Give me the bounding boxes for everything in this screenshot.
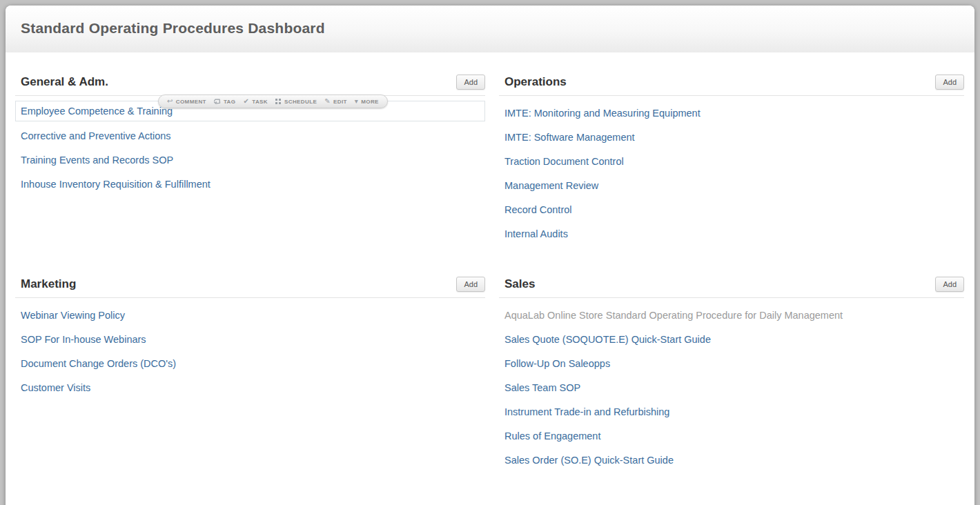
list-item[interactable]: Traction Document Control bbox=[499, 149, 964, 173]
more-label: MORE bbox=[361, 99, 379, 105]
sop-link[interactable]: Sales Quote (SOQUOTE.E) Quick-Start Guid… bbox=[504, 334, 711, 345]
sop-list: ↩ COMMENT TAG ✔ TASK bbox=[15, 101, 485, 196]
sop-list: AquaLab Online Store Standard Operating … bbox=[499, 303, 964, 472]
sop-link[interactable]: Webinar Viewing Policy bbox=[21, 310, 125, 321]
sop-link[interactable]: Management Review bbox=[504, 180, 598, 191]
sop-link[interactable]: Rules of Engagement bbox=[504, 430, 600, 442]
edit-button[interactable]: ✎ EDIT bbox=[324, 98, 347, 105]
sop-link[interactable]: Record Control bbox=[504, 204, 572, 215]
section-header: Marketing Add bbox=[15, 275, 485, 293]
sop-link[interactable]: Corrective and Preventive Actions bbox=[21, 130, 171, 141]
add-button[interactable]: Add bbox=[456, 277, 485, 292]
list-item[interactable]: Customer Visits bbox=[15, 375, 485, 399]
dashboard-card: Standard Operating Procedures Dashboard … bbox=[6, 6, 974, 505]
hover-toolbar: ↩ COMMENT TAG ✔ TASK bbox=[158, 95, 388, 108]
list-item[interactable]: Internal Audits bbox=[499, 221, 964, 246]
list-item[interactable]: Corrective and Preventive Actions bbox=[15, 123, 485, 148]
sop-link[interactable]: Instrument Trade-in and Refurbishing bbox=[504, 406, 669, 417]
sop-link[interactable]: Document Change Orders (DCO's) bbox=[21, 358, 176, 369]
list-item[interactable]: Sales Quote (SOQUOTE.E) Quick-Start Guid… bbox=[499, 327, 964, 351]
section-header: General & Adm. Add bbox=[15, 73, 485, 91]
list-item[interactable]: Document Change Orders (DCO's) bbox=[15, 351, 485, 375]
section-title: Sales bbox=[504, 277, 535, 291]
section-divider bbox=[499, 297, 964, 298]
section-header: Sales Add bbox=[499, 275, 964, 293]
sop-link[interactable]: Follow-Up On Saleopps bbox=[504, 358, 610, 369]
list-item[interactable]: Sales Team SOP bbox=[499, 375, 964, 399]
sop-link[interactable]: Traction Document Control bbox=[504, 156, 624, 167]
list-item[interactable]: Follow-Up On Saleopps bbox=[499, 351, 964, 375]
add-button[interactable]: Add bbox=[456, 75, 485, 90]
check-icon: ✔ bbox=[243, 98, 249, 105]
list-item[interactable]: Webinar Viewing Policy bbox=[15, 303, 485, 327]
sop-link[interactable]: Employee Competence & Training bbox=[21, 106, 173, 117]
pencil-icon: ✎ bbox=[324, 98, 331, 105]
list-item-hovered[interactable]: ↩ COMMENT TAG ✔ TASK bbox=[15, 101, 485, 121]
tag-button[interactable]: TAG bbox=[214, 98, 236, 105]
section-header: Operations Add bbox=[499, 73, 964, 91]
sop-link[interactable]: Sales Team SOP bbox=[504, 382, 580, 393]
comment-button[interactable]: ↩ COMMENT bbox=[167, 98, 206, 105]
sop-link[interactable]: Inhouse Inventory Requisition & Fulfillm… bbox=[21, 179, 210, 190]
section-title: Operations bbox=[504, 75, 567, 89]
page-title: Standard Operating Procedures Dashboard bbox=[6, 6, 974, 37]
sop-link[interactable]: Training Events and Records SOP bbox=[21, 155, 173, 166]
sop-link[interactable]: IMTE: Software Management bbox=[504, 132, 635, 143]
more-button[interactable]: ▾ MORE bbox=[355, 98, 379, 105]
schedule-label: SCHEDULE bbox=[284, 99, 317, 105]
task-label: TASK bbox=[252, 99, 268, 105]
dashboard-header: Standard Operating Procedures Dashboard bbox=[6, 6, 974, 52]
section-general-adm: General & Adm. Add ↩ COMMENT bbox=[15, 73, 485, 275]
list-item[interactable]: Training Events and Records SOP bbox=[15, 148, 485, 172]
add-button[interactable]: Add bbox=[935, 277, 964, 292]
sop-list: IMTE: Monitoring and Measuring Equipment… bbox=[499, 101, 964, 246]
sop-link[interactable]: SOP For In-house Webinars bbox=[21, 334, 146, 345]
list-item[interactable]: IMTE: Monitoring and Measuring Equipment bbox=[499, 101, 964, 125]
list-item[interactable]: Record Control bbox=[499, 197, 964, 221]
dashboard-content: General & Adm. Add ↩ COMMENT bbox=[6, 52, 974, 472]
list-item[interactable]: Rules of Engagement bbox=[499, 424, 964, 448]
section-divider bbox=[499, 95, 964, 96]
tag-label: TAG bbox=[224, 99, 236, 105]
section-title: General & Adm. bbox=[21, 75, 108, 89]
list-item[interactable]: Management Review bbox=[499, 173, 964, 197]
edit-label: EDIT bbox=[333, 99, 347, 105]
caret-down-icon: ▾ bbox=[355, 98, 358, 105]
sop-link[interactable]: Internal Audits bbox=[504, 228, 568, 239]
sop-link[interactable]: Customer Visits bbox=[21, 382, 90, 393]
list-item[interactable]: Instrument Trade-in and Refurbishing bbox=[499, 399, 964, 424]
list-item[interactable]: IMTE: Software Management bbox=[499, 125, 964, 149]
section-marketing: Marketing Add Webinar Viewing Policy SOP… bbox=[15, 275, 485, 472]
list-item[interactable]: Inhouse Inventory Requisition & Fulfillm… bbox=[15, 172, 485, 196]
add-button[interactable]: Add bbox=[935, 75, 964, 90]
task-button[interactable]: ✔ TASK bbox=[243, 98, 268, 105]
section-sales: Sales Add AquaLab Online Store Standard … bbox=[499, 275, 964, 472]
tag-icon bbox=[214, 98, 221, 105]
list-item[interactable]: SOP For In-house Webinars bbox=[15, 327, 485, 351]
sop-link[interactable]: AquaLab Online Store Standard Operating … bbox=[504, 310, 843, 321]
page-background: Standard Operating Procedures Dashboard … bbox=[0, 0, 980, 505]
comment-label: COMMENT bbox=[176, 99, 206, 105]
reply-icon: ↩ bbox=[167, 98, 173, 105]
section-title: Marketing bbox=[21, 277, 76, 291]
grid-icon bbox=[275, 99, 282, 105]
section-operations: Operations Add IMTE: Monitoring and Meas… bbox=[499, 73, 964, 275]
sop-link[interactable]: Sales Order (SO.E) Quick-Start Guide bbox=[504, 455, 674, 466]
list-item[interactable]: AquaLab Online Store Standard Operating … bbox=[499, 303, 964, 327]
list-item[interactable]: Sales Order (SO.E) Quick-Start Guide bbox=[499, 448, 964, 472]
sop-list: Webinar Viewing Policy SOP For In-house … bbox=[15, 303, 485, 399]
section-divider bbox=[15, 297, 485, 298]
schedule-button[interactable]: SCHEDULE bbox=[275, 99, 317, 105]
sop-link[interactable]: IMTE: Monitoring and Measuring Equipment bbox=[504, 108, 700, 119]
